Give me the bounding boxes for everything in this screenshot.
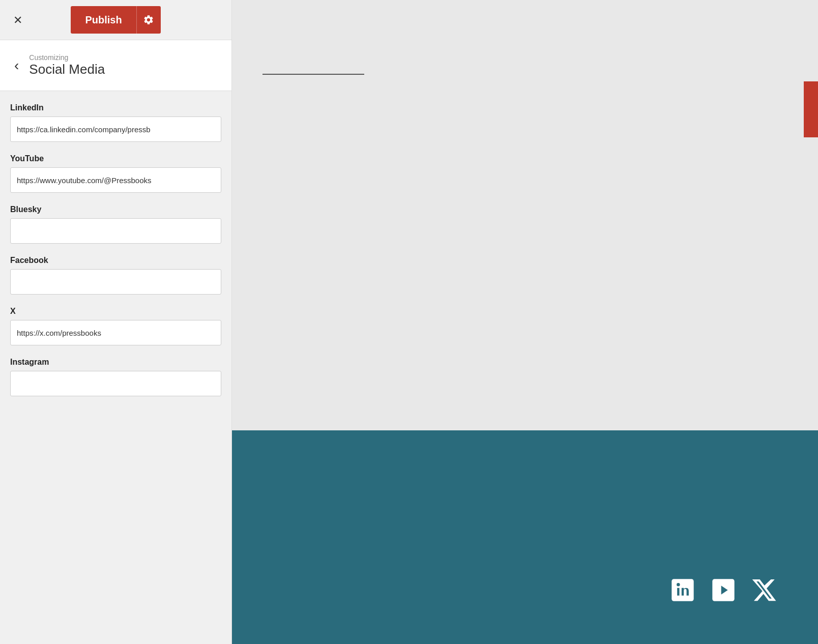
top-bar: ✕ Publish (0, 0, 231, 40)
social-icons (669, 577, 777, 603)
linkedin-label: LinkedIn (10, 103, 221, 112)
publish-area: Publish (71, 6, 160, 34)
linkedin-input[interactable] (10, 116, 221, 142)
field-group-instagram: Instagram (10, 358, 221, 396)
instagram-label: Instagram (10, 358, 221, 367)
back-icon: ‹ (14, 57, 19, 73)
field-group-x: X (10, 307, 221, 345)
customizing-label: Customizing (29, 53, 105, 62)
youtube-label: YouTube (10, 154, 221, 163)
header-text: Customizing Social Media (29, 53, 105, 77)
bluesky-label: Bluesky (10, 205, 221, 214)
linkedin-icon (669, 577, 696, 603)
field-group-facebook: Facebook (10, 256, 221, 295)
settings-button[interactable] (136, 6, 161, 34)
preview-top (232, 0, 818, 430)
panel-header: ‹ Customizing Social Media (0, 40, 231, 91)
field-group-youtube: YouTube (10, 154, 221, 193)
form-area: LinkedInYouTubeBlueskyFacebookXInstagram (0, 91, 231, 644)
bluesky-input[interactable] (10, 218, 221, 244)
facebook-input[interactable] (10, 269, 221, 295)
youtube-icon (710, 577, 737, 603)
panel-title: Social Media (29, 62, 105, 77)
instagram-input[interactable] (10, 371, 221, 396)
facebook-label: Facebook (10, 256, 221, 265)
preview-line (262, 74, 364, 75)
red-tab (804, 81, 818, 137)
field-group-bluesky: Bluesky (10, 205, 221, 244)
x-twitter-icon (751, 577, 777, 603)
x-input[interactable] (10, 320, 221, 345)
x-label: X (10, 307, 221, 316)
right-panel (232, 0, 818, 644)
gear-icon (143, 14, 154, 25)
field-group-linkedin: LinkedIn (10, 103, 221, 142)
publish-button[interactable]: Publish (71, 6, 136, 34)
youtube-input[interactable] (10, 167, 221, 193)
back-button[interactable]: ‹ (10, 55, 23, 76)
left-panel: ✕ Publish ‹ Customizing Social Media Lin… (0, 0, 232, 644)
close-button[interactable]: ✕ (0, 0, 36, 40)
preview-footer (232, 430, 818, 644)
